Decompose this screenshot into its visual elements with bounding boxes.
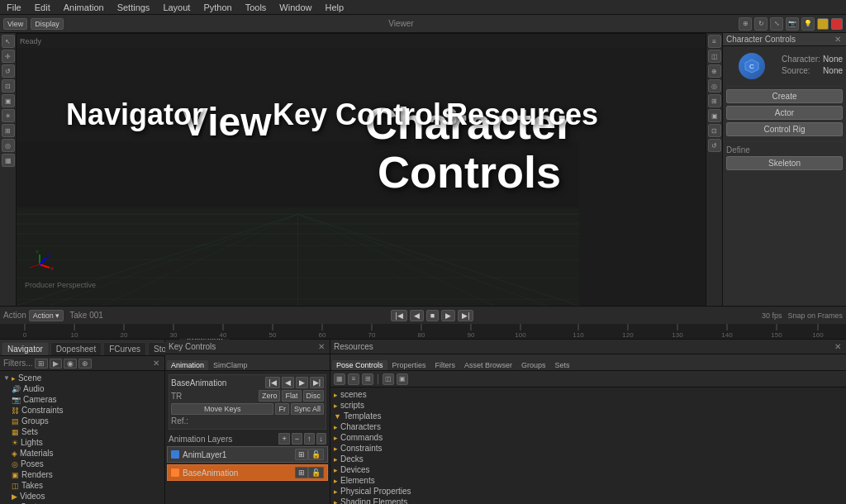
color-swatch-1[interactable]	[817, 18, 829, 30]
tree-materials[interactable]: ◈ Materials	[2, 448, 163, 459]
res-tab-asset-browser[interactable]: Asset Browser	[460, 360, 516, 370]
tool-pivot[interactable]: ◎	[2, 139, 15, 152]
res-tab-groups[interactable]: Groups	[517, 360, 550, 370]
tree-groups[interactable]: ▤ Groups	[2, 416, 163, 426]
tool-rotate[interactable]: ↺	[2, 64, 15, 78]
tab-dopesheet[interactable]: Dopesheet	[50, 342, 102, 355]
tree-poses[interactable]: ◎ Poses	[2, 459, 163, 469]
tool-select[interactable]: ↖	[2, 35, 15, 48]
res-item-shading[interactable]: ▸ Shading Elements	[332, 497, 844, 504]
nav-close[interactable]: ✕	[151, 359, 161, 368]
play-play[interactable]: ▶	[441, 310, 455, 321]
menu-python[interactable]: Python	[200, 2, 235, 12]
res-item-constraints[interactable]: ▸ Constraints	[332, 443, 844, 454]
kc-disc-btn[interactable]: Disc	[303, 390, 325, 402]
tool-snap[interactable]: ⊞	[2, 124, 15, 137]
resources-content[interactable]: ▸ scenes ▸ scripts ▼ Templates ▸ Charact…	[330, 388, 846, 504]
actor-button[interactable]: Actor	[726, 106, 843, 120]
tool-light[interactable]: ☀	[2, 109, 15, 122]
res-item-decks[interactable]: ▸ Decks	[332, 454, 844, 464]
kc-next-btn[interactable]: ▶|	[310, 377, 324, 388]
anim-layer-up[interactable]: ↑	[304, 433, 315, 445]
res-icon-4[interactable]: ◫	[383, 373, 394, 385]
tree-constraints[interactable]: ⛓ Constraints	[2, 405, 163, 416]
create-button[interactable]: Create	[726, 89, 843, 103]
tool-move[interactable]: ✛	[2, 50, 15, 63]
display-button[interactable]: Display	[31, 18, 64, 30]
tree-cameras[interactable]: 📷 Cameras	[2, 394, 163, 405]
res-item-scenes[interactable]: ▸ scenes	[332, 389, 844, 400]
kc-prev-btn[interactable]: ◀	[282, 377, 294, 388]
res-item-characters[interactable]: ▸ Characters	[332, 421, 844, 432]
res-tab-filters[interactable]: Filters	[431, 360, 460, 370]
kc-move-keys-btn[interactable]: Move Keys	[171, 403, 273, 415]
res-item-elements[interactable]: ▸ Elements	[332, 475, 844, 486]
tree-takes[interactable]: ◫ Takes	[2, 480, 163, 491]
nav-filter-btn[interactable]: ⊞	[35, 359, 48, 368]
play-begin[interactable]: |◀	[391, 310, 406, 321]
menu-edit[interactable]: Edit	[31, 2, 54, 12]
kc-zero-btn[interactable]: Zero	[259, 390, 281, 402]
right-tool-6[interactable]: ▣	[708, 109, 721, 122]
color-swatch-2[interactable]	[831, 18, 843, 30]
anim-layer-lock-2[interactable]: 🔓	[308, 467, 324, 478]
res-tab-sets[interactable]: Sets	[551, 360, 574, 370]
right-tool-7[interactable]: ⊡	[708, 124, 721, 137]
kc-tab-animation[interactable]: Animation	[167, 360, 208, 370]
icon-lights[interactable]: 💡	[801, 17, 815, 31]
navigator-content[interactable]: ▼ ▸ Scene 🔊 Audio 📷 Cameras ⛓ Constraint…	[0, 371, 164, 504]
tool-render[interactable]: ▦	[2, 154, 15, 167]
skeleton-button[interactable]: Skeleton	[726, 156, 843, 170]
tree-sets[interactable]: ▦ Sets	[2, 426, 163, 437]
menu-settings[interactable]: Settings	[114, 2, 154, 12]
menu-tools[interactable]: Tools	[242, 2, 270, 12]
anim-layer-btn-2[interactable]: ⊞	[295, 467, 308, 478]
kc-flat-btn[interactable]: Flat	[282, 390, 301, 402]
anim-layer-down[interactable]: ↓	[316, 433, 327, 445]
char-controls-close[interactable]: ✕	[833, 35, 843, 44]
tree-audio[interactable]: 🔊 Audio	[2, 383, 163, 394]
tree-lights[interactable]: ☀ Lights	[2, 437, 163, 448]
menu-file[interactable]: File	[3, 2, 25, 12]
kc-tab-simclamp[interactable]: SimClamp	[209, 360, 252, 370]
view-button[interactable]: View	[3, 18, 27, 30]
tree-videos[interactable]: ▶ Videos	[2, 491, 163, 502]
ruler-bar[interactable]: 0 10 20 30 40 50 60 70 80 90 1	[0, 324, 846, 339]
control-rig-button[interactable]: Control Rig	[726, 122, 843, 136]
res-item-devices[interactable]: ▸ Devices	[332, 464, 844, 475]
nav-filter-btn4[interactable]: ⊕	[78, 359, 92, 368]
res-icon-3[interactable]: ⊞	[362, 373, 373, 385]
nav-filter-btn2[interactable]: ▶	[50, 359, 62, 368]
res-icon-1[interactable]: ▦	[334, 373, 345, 385]
kc-fr-btn[interactable]: Fr	[275, 403, 289, 415]
kc-play-fwd[interactable]: ▶	[296, 377, 308, 388]
tab-fcurves[interactable]: FCurves	[103, 342, 146, 355]
menu-help[interactable]: Help	[321, 2, 347, 12]
kc-sync-btn[interactable]: Sync All	[291, 403, 324, 415]
anim-layer-remove[interactable]: −	[292, 433, 302, 445]
res-tab-pose-controls[interactable]: Pose Controls	[332, 360, 387, 370]
icon-scale[interactable]: ⤡	[770, 17, 783, 31]
play-end[interactable]: ▶|	[458, 310, 473, 321]
tree-renders[interactable]: ▣ Renders	[2, 469, 163, 480]
res-icon-2[interactable]: ≡	[348, 373, 359, 385]
action-btn[interactable]: Action ▾	[29, 310, 64, 321]
icon-camera[interactable]: 📷	[786, 17, 799, 31]
right-tool-4[interactable]: ◎	[708, 79, 721, 93]
right-tool-3[interactable]: ⊕	[708, 64, 721, 78]
play-prev[interactable]: ◀	[410, 310, 424, 321]
play-stop[interactable]: ■	[426, 310, 439, 321]
right-tool-5[interactable]: ⊞	[708, 94, 721, 107]
anim-layer-1[interactable]: AnimLayer1 ⊞ 🔓	[167, 446, 328, 463]
menu-window[interactable]: Window	[276, 2, 315, 12]
right-tool-1[interactable]: ≡	[708, 35, 721, 48]
right-tool-2[interactable]: ◫	[708, 50, 721, 63]
icon-transform[interactable]: ⊕	[739, 17, 752, 31]
menu-animation[interactable]: Animation	[60, 2, 107, 12]
res-item-templates[interactable]: ▼ Templates	[332, 411, 844, 421]
res-item-commands[interactable]: ▸ Commands	[332, 432, 844, 443]
nav-filter-btn3[interactable]: ◉	[64, 359, 77, 368]
tab-navigator[interactable]: Navigator	[2, 342, 49, 355]
menu-layout[interactable]: Layout	[159, 2, 193, 12]
kc-play-btn[interactable]: |◀	[265, 377, 279, 388]
